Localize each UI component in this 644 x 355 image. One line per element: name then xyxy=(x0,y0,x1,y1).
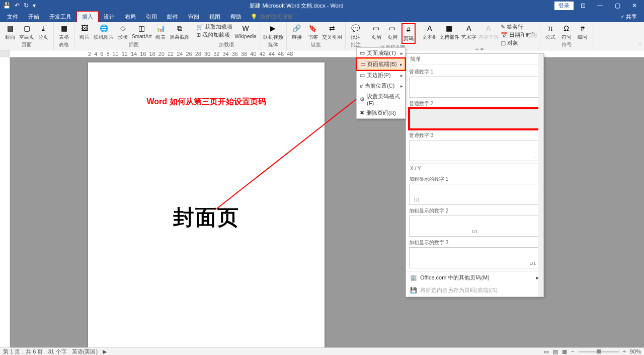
number-button[interactable]: #编号 xyxy=(576,23,590,41)
tab-design[interactable]: 设计 xyxy=(99,12,120,22)
page-top-menuitem[interactable]: ▭页面顶端(T)▸ xyxy=(357,48,405,58)
print-layout-icon[interactable]: ▤ xyxy=(553,348,558,355)
horizontal-ruler[interactable]: 2468101214161820222426283032343638404244… xyxy=(10,50,644,57)
footer-icon: ▭ xyxy=(387,23,397,33)
zoom-level[interactable]: 90% xyxy=(630,348,641,354)
textbox-button[interactable]: A文本框 xyxy=(422,23,437,41)
online-pictures-button[interactable]: 🌐联机图片 xyxy=(94,23,114,41)
tab-review[interactable]: 审阅 xyxy=(183,12,204,22)
parts-icon: ▦ xyxy=(444,23,454,33)
page-bottom-menuitem[interactable]: ▭页面底端(B)▸ xyxy=(357,58,405,70)
document-page[interactable]: Word 如何从第三页开始设置页码 封面页 xyxy=(88,62,325,347)
current-position-menuitem[interactable]: #当前位置(C)▸ xyxy=(357,81,405,91)
gallery-item-bold3[interactable]: 加粗显示的数字 31/1 xyxy=(409,238,540,268)
tab-file[interactable]: 文件 xyxy=(2,12,23,22)
textbox-icon: A xyxy=(425,23,435,33)
submenu-arrow-icon: ▸ xyxy=(400,84,403,89)
page-count-status[interactable]: 第 1 页，共 6 页 xyxy=(3,348,43,356)
gallery-item-plain2[interactable]: 普通数字 2. xyxy=(409,99,540,129)
get-addins-button[interactable]: 🛒获取加载项 xyxy=(196,23,232,31)
gallery-item-plain3[interactable]: 普通数字 3. xyxy=(409,131,540,161)
close-icon[interactable]: ✕ xyxy=(627,2,642,9)
remove-page-numbers-menuitem[interactable]: ✖删除页码(R) xyxy=(357,108,405,118)
document-workspace: Word 如何从第三页开始设置页码 封面页 xyxy=(10,57,644,347)
object-button[interactable]: ▢对象 xyxy=(501,39,537,47)
drop-cap-button[interactable]: A首字下沉 xyxy=(478,23,499,41)
quick-access-toolbar: 💾 ↶ ↻ ▾ xyxy=(0,2,39,9)
footer-button[interactable]: ▭页脚 xyxy=(385,23,399,41)
ribbon-tabs: 文件 开始 开发工具 插入 设计 布局 引用 邮件 审阅 视图 帮助 💡 操作说… xyxy=(0,11,644,22)
gallery-item-bold1[interactable]: 加粗显示的数字 11/1 xyxy=(409,175,540,205)
wikipedia-button[interactable]: WWikipedia xyxy=(234,23,256,39)
wordart-button[interactable]: A艺术字 xyxy=(461,23,476,41)
gallery-item-plain1[interactable]: 普通数字 1. xyxy=(409,67,540,98)
tab-insert[interactable]: 插入 xyxy=(76,11,99,23)
tell-me-search[interactable]: 💡 操作说明搜索 xyxy=(247,12,297,22)
header-button[interactable]: ▭页眉 xyxy=(369,23,383,41)
wordart-icon: A xyxy=(464,23,474,33)
online-video-button[interactable]: ▶联机视频 xyxy=(263,23,283,41)
comment-button[interactable]: 💬批注 xyxy=(349,23,363,41)
tab-home[interactable]: 开始 xyxy=(23,12,44,22)
chart-icon: 📊 xyxy=(155,23,166,33)
chart-button[interactable]: 📊图表 xyxy=(153,23,168,41)
share-button[interactable]: ♂ 共享 xyxy=(615,13,642,21)
format-page-numbers-menuitem[interactable]: ⚙设置页码格式(F)... xyxy=(357,91,405,108)
equation-button[interactable]: π公式 xyxy=(543,23,557,41)
gallery-item-bold2[interactable]: 加粗显示的数字 21/1 xyxy=(409,206,540,237)
online-picture-icon: 🌐 xyxy=(99,23,109,33)
read-mode-icon[interactable]: ▭ xyxy=(544,348,549,355)
my-addins-button[interactable]: ⊞我的加载项 xyxy=(196,31,232,39)
zoom-slider[interactable] xyxy=(579,351,619,352)
page-margins-menuitem[interactable]: ▭页边距(P)▸ xyxy=(357,70,405,81)
save-icon[interactable]: 💾 xyxy=(3,2,11,9)
table-button[interactable]: ▦表格 xyxy=(57,23,71,41)
collapse-ribbon-icon[interactable]: ˇ xyxy=(639,43,641,49)
web-layout-icon[interactable]: ▦ xyxy=(562,348,567,355)
minimize-icon[interactable]: — xyxy=(593,2,608,9)
zoom-out-icon[interactable]: − xyxy=(571,348,574,354)
language-status[interactable]: 英语(美国) xyxy=(72,348,98,356)
ribbon-display-icon[interactable]: ⊡ xyxy=(576,2,591,9)
link-button[interactable]: 🔗链接 xyxy=(290,23,304,41)
doc-icon: ▭ xyxy=(360,72,365,79)
screenshot-button[interactable]: ⧉屏幕截图 xyxy=(170,23,190,41)
tab-layout[interactable]: 布局 xyxy=(120,12,141,22)
shapes-button[interactable]: ◇形状 xyxy=(116,23,130,41)
login-button[interactable]: 登录 xyxy=(554,2,574,10)
word-count-status[interactable]: 31 个字 xyxy=(48,348,66,356)
cross-reference-button[interactable]: ⇄交叉引用 xyxy=(322,23,342,41)
signature-line-button[interactable]: ✎签名行 xyxy=(501,23,537,31)
document-title: 新建 Microsoft Word 文档.docx - Word xyxy=(39,2,554,10)
tab-mailings[interactable]: 邮件 xyxy=(162,12,183,22)
tab-references[interactable]: 引用 xyxy=(141,12,162,22)
submenu-arrow-icon: ▸ xyxy=(400,51,403,56)
gallery-scrollbar[interactable] xyxy=(538,65,543,271)
smartart-button[interactable]: ◫SmartArt xyxy=(132,23,151,39)
page-number-button[interactable]: #页码 xyxy=(401,23,416,44)
cover-page-button[interactable]: ▤封面 xyxy=(3,23,17,41)
undo-icon[interactable]: ↶ xyxy=(15,2,20,9)
symbol-button[interactable]: Ω符号 xyxy=(559,23,574,41)
maximize-icon[interactable]: ▢ xyxy=(610,2,625,9)
page-red-heading: Word 如何从第三页开始设置页码 xyxy=(88,97,325,107)
symbol-icon: Ω xyxy=(561,23,572,33)
lightbulb-icon: 💡 xyxy=(251,14,258,20)
zoom-in-icon[interactable]: + xyxy=(623,348,626,354)
macro-status-icon[interactable]: ▶ xyxy=(103,348,107,355)
quick-parts-button[interactable]: ▦文档部件 xyxy=(439,23,459,41)
qat-dropdown-icon[interactable]: ▾ xyxy=(33,2,36,9)
vertical-ruler[interactable] xyxy=(0,57,10,347)
more-from-office-menuitem[interactable]: 🏢Office.com 中的其他页码(M)▸ xyxy=(406,271,543,284)
redo-icon[interactable]: ↻ xyxy=(24,2,29,9)
bookmark-button[interactable]: 🔖书签 xyxy=(306,23,320,41)
blank-page-button[interactable]: ▢空白页 xyxy=(19,23,34,41)
pictures-button[interactable]: 🖼图片 xyxy=(77,23,92,41)
tab-developer[interactable]: 开发工具 xyxy=(44,12,76,22)
tab-view[interactable]: 视图 xyxy=(204,12,225,22)
page-break-button[interactable]: ⤓分页 xyxy=(36,23,50,41)
page-large-text: 封面页 xyxy=(88,203,325,232)
bookmark-icon: 🔖 xyxy=(308,23,318,33)
date-time-button[interactable]: 📅日期和时间 xyxy=(501,31,537,39)
tab-help[interactable]: 帮助 xyxy=(225,12,247,22)
